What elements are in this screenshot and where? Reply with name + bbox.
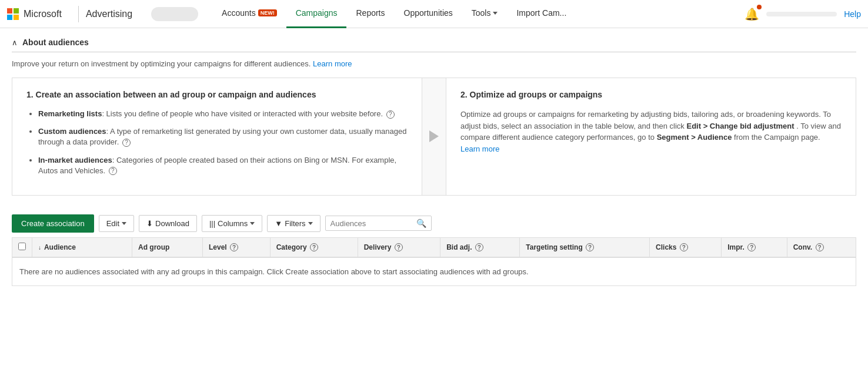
level-help-icon[interactable]: ? bbox=[230, 243, 238, 251]
nav-accounts[interactable]: Accounts NEW! bbox=[212, 0, 286, 28]
list-item-inmarket: In-market audiences: Categories of peopl… bbox=[38, 155, 408, 176]
help-link[interactable]: Help bbox=[844, 9, 861, 19]
empty-message: There are no audiences associated with a… bbox=[12, 257, 856, 285]
nav-right: 🔔 Help bbox=[745, 7, 861, 21]
section-title: About audiences bbox=[22, 38, 89, 47]
nav-tools[interactable]: Tools bbox=[462, 0, 508, 28]
category-help-icon[interactable]: ? bbox=[310, 243, 318, 251]
nav-campaigns[interactable]: Campaigns bbox=[286, 0, 347, 28]
cards-row: 1. Create an association between an ad g… bbox=[12, 78, 856, 196]
list-item-custom: Custom audiences: A type of remarketing … bbox=[38, 126, 408, 147]
collapse-icon: ∧ bbox=[12, 38, 18, 47]
section-learn-more-link[interactable]: Learn more bbox=[313, 59, 352, 68]
th-delivery: Delivery ? bbox=[358, 238, 440, 257]
account-pill[interactable] bbox=[151, 7, 198, 21]
th-clicks: Clicks ? bbox=[650, 238, 722, 257]
conv-help-icon[interactable]: ? bbox=[816, 243, 824, 251]
th-targeting: Targeting setting ? bbox=[520, 238, 650, 257]
targeting-help-icon[interactable]: ? bbox=[586, 243, 594, 251]
main-content: ∧ About audiences Improve your return on… bbox=[0, 28, 868, 295]
custom-help-icon[interactable]: ? bbox=[122, 139, 131, 147]
audiences-table: ↓ Audience Ad group Level ? Category ? bbox=[12, 238, 856, 257]
table-header-row: ↓ Audience Ad group Level ? Category ? bbox=[12, 238, 856, 257]
card-arrow bbox=[422, 78, 446, 196]
th-conv: Conv. ? bbox=[787, 238, 856, 257]
bidadj-help-icon[interactable]: ? bbox=[475, 243, 483, 251]
search-icon: 🔍 bbox=[416, 219, 426, 228]
toolbar: Create association Edit ⬇ Download ||| C… bbox=[12, 210, 856, 237]
card2-body: Optimize ad groups or campaigns for rema… bbox=[460, 109, 842, 154]
sort-icon: ↓ bbox=[38, 244, 41, 251]
edit-chevron-icon bbox=[122, 222, 126, 225]
download-icon: ⬇ bbox=[146, 219, 153, 228]
arrow-right-icon bbox=[429, 130, 439, 142]
section-divider bbox=[12, 52, 856, 52]
bell-container: 🔔 bbox=[745, 7, 759, 21]
select-all-checkbox[interactable] bbox=[18, 243, 26, 250]
microsoft-logo bbox=[7, 8, 19, 20]
card1-list: Remarketing lists: Lists you define of p… bbox=[38, 109, 408, 176]
nav-divider bbox=[78, 6, 79, 22]
card1-title: 1. Create an association between an ad g… bbox=[26, 90, 408, 99]
remarketing-help-icon[interactable]: ? bbox=[386, 110, 395, 119]
filters-chevron-icon bbox=[308, 222, 313, 225]
impr-help-icon[interactable]: ? bbox=[747, 243, 756, 251]
clicks-help-icon[interactable]: ? bbox=[680, 243, 688, 251]
th-impr: Impr. ? bbox=[722, 238, 787, 257]
download-button[interactable]: ⬇ Download bbox=[139, 215, 197, 232]
brand-label: Advertising bbox=[86, 9, 132, 19]
tools-chevron-icon bbox=[493, 12, 498, 15]
th-audience[interactable]: ↓ Audience bbox=[32, 238, 132, 257]
section-subtitle: Improve your return on investment by opt… bbox=[12, 59, 856, 68]
th-checkbox bbox=[12, 238, 32, 257]
columns-chevron-icon bbox=[250, 222, 255, 225]
table-container: ↓ Audience Ad group Level ? Category ? bbox=[12, 237, 856, 286]
card-1: 1. Create an association between an ad g… bbox=[12, 78, 422, 196]
user-pill[interactable] bbox=[766, 12, 837, 16]
card2-title: 2. Optimize ad groups or campaigns bbox=[460, 90, 842, 99]
notification-badge bbox=[757, 5, 762, 9]
th-bidadj: Bid adj. ? bbox=[440, 238, 520, 257]
notification-bell-icon[interactable]: 🔔 bbox=[745, 8, 759, 21]
filters-button[interactable]: ▼ Filters bbox=[267, 215, 320, 232]
nav-opportunities[interactable]: Opportunities bbox=[395, 0, 462, 28]
create-association-button[interactable]: Create association bbox=[12, 214, 94, 233]
logo: Microsoft bbox=[7, 8, 62, 20]
section-header[interactable]: ∧ About audiences bbox=[12, 38, 856, 47]
nav-links: Accounts NEW! Campaigns Reports Opportun… bbox=[212, 0, 745, 28]
edit-button[interactable]: Edit bbox=[99, 215, 134, 232]
delivery-help-icon[interactable]: ? bbox=[395, 243, 403, 251]
list-item-remarketing: Remarketing lists: Lists you define of p… bbox=[38, 109, 408, 119]
th-adgroup: Ad group bbox=[132, 238, 203, 257]
nav-import[interactable]: Import Cam... bbox=[507, 0, 576, 28]
inmarket-help-icon[interactable]: ? bbox=[109, 167, 117, 175]
top-nav: Microsoft Advertising Accounts NEW! Camp… bbox=[0, 0, 868, 28]
search-input[interactable] bbox=[330, 219, 413, 228]
th-level: Level ? bbox=[202, 238, 270, 257]
filter-icon: ▼ bbox=[275, 219, 282, 228]
columns-button[interactable]: ||| Columns bbox=[202, 215, 262, 232]
card-2: 2. Optimize ad groups or campaigns Optim… bbox=[446, 78, 856, 196]
th-category: Category ? bbox=[270, 238, 358, 257]
card2-learn-more-link[interactable]: Learn more bbox=[460, 145, 499, 153]
search-box: 🔍 bbox=[325, 216, 432, 231]
columns-icon: ||| bbox=[209, 219, 215, 228]
nav-reports[interactable]: Reports bbox=[346, 0, 394, 28]
microsoft-label: Microsoft bbox=[24, 9, 62, 19]
